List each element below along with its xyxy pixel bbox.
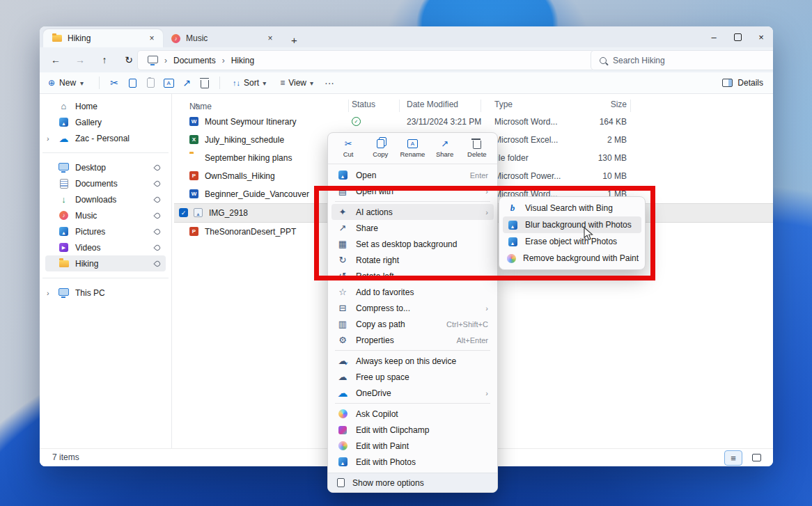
menu-item[interactable]: ☆ Add to favorites: [331, 284, 494, 300]
menu-item[interactable]: Edit with Clipchamp: [331, 422, 494, 438]
tab-close-icon[interactable]: ×: [146, 33, 157, 44]
thumbnail-view-icon: [752, 454, 761, 461]
quick-action-button[interactable]: ✂ Cut: [334, 139, 363, 158]
sidebar-item-label: Videos: [75, 243, 100, 253]
sidebar-item[interactable]: ↓ Downloads: [45, 191, 166, 207]
sidebar-item[interactable]: Documents: [45, 175, 166, 191]
menu-item[interactable]: ▤ Open with ›: [331, 183, 494, 199]
sidebar-item[interactable]: ▶ Videos: [45, 239, 166, 255]
chevron-down-icon: ▾: [80, 79, 84, 87]
item-count: 7 items: [52, 452, 79, 462]
menu-item[interactable]: Edit with Paint: [331, 438, 494, 454]
tab-close-icon[interactable]: ×: [265, 33, 276, 44]
rename-button[interactable]: A: [159, 79, 178, 88]
details-pane-button[interactable]: Details: [722, 78, 763, 88]
view-button[interactable]: ≡ View ▾: [280, 78, 313, 88]
file-type: Microsoft Word...: [494, 117, 557, 127]
menu-item[interactable]: ▲ Open Enter: [331, 167, 494, 183]
column-date-modified[interactable]: Date Modified: [407, 100, 458, 109]
quick-action-icon: [473, 141, 481, 149]
delete-button[interactable]: [196, 78, 214, 88]
submenu-item[interactable]: Remove background with Paint: [503, 250, 641, 267]
ai-actions-submenu: b Visual Search with Bing ▲ Blur backgro…: [499, 196, 646, 270]
list-view-button[interactable]: ≡: [724, 450, 742, 466]
paste-button[interactable]: [141, 78, 159, 88]
sidebar-item-label: Zac - Personal: [75, 134, 130, 143]
up-button[interactable]: ↑: [96, 52, 113, 68]
menu-item[interactable]: ↺ Rotate left: [331, 268, 494, 284]
quick-action-button[interactable]: A Rename: [398, 139, 427, 158]
more-options-button[interactable]: ···: [320, 77, 338, 88]
breadcrumb-hiking[interactable]: Hiking: [231, 56, 254, 65]
menu-item[interactable]: ▲ Edit with Photos: [331, 454, 494, 470]
minimize-button[interactable]: –: [702, 27, 726, 47]
sidebar-item[interactable]: Hiking: [45, 255, 166, 271]
this-pc-icon: [148, 56, 158, 63]
thumbnail-view-button[interactable]: [748, 450, 765, 464]
new-tab-button[interactable]: +: [291, 34, 297, 47]
tab-music[interactable]: ♪ Music ×: [163, 29, 281, 47]
menu-item[interactable]: ▦ Set as desktop background: [331, 236, 494, 252]
back-button[interactable]: ←: [47, 52, 64, 68]
view-icon: ≡: [280, 78, 285, 88]
tab-hiking[interactable]: Hiking ×: [43, 29, 163, 47]
sidebar-item[interactable]: › ☁ Zac - Personal: [45, 130, 166, 146]
search-input[interactable]: Search Hiking: [591, 50, 773, 70]
refresh-button[interactable]: ↻: [120, 52, 137, 68]
menu-item[interactable]: Ask Copilot: [331, 406, 494, 422]
share-button[interactable]: ↗: [178, 77, 196, 88]
submenu-item-icon: ▲: [508, 221, 517, 230]
table-row[interactable]: W Mount Seymour Itinerary ✓ 23/11/2024 3…: [174, 113, 773, 131]
submenu-item[interactable]: b Visual Search with Bing: [503, 200, 641, 216]
breadcrumb[interactable]: › Documents › Hiking: [137, 50, 595, 70]
new-label: New: [59, 78, 76, 88]
show-more-options[interactable]: Show more options: [328, 473, 497, 492]
quick-action-button[interactable]: Delete: [462, 139, 492, 158]
sidebar-item[interactable]: ▲ Pictures: [45, 223, 166, 239]
pin-icon: [153, 196, 161, 203]
sidebar-item[interactable]: ♪ Music: [45, 207, 166, 223]
menu-item[interactable]: ✦ AI actions ›: [331, 204, 494, 220]
menu-item[interactable]: ☁ Free up space: [331, 369, 494, 385]
column-status[interactable]: Status: [352, 100, 375, 109]
sidebar-item-label: This PC: [75, 288, 105, 298]
breadcrumb-documents[interactable]: Documents: [173, 56, 216, 65]
menu-item[interactable]: ☁ OneDrive ›: [331, 385, 494, 401]
sidebar-item[interactable]: ⌂ Home: [45, 98, 166, 114]
quick-action-icon: [377, 139, 384, 148]
maximize-button[interactable]: [726, 27, 749, 47]
menu-item[interactable]: ⚙ Properties Alt+Enter: [331, 332, 494, 348]
quick-action-button[interactable]: ↗ Share: [430, 139, 460, 158]
menu-item[interactable]: ↻ Rotate right: [331, 252, 494, 268]
column-type[interactable]: Type: [494, 100, 513, 109]
chevron-right-icon[interactable]: ›: [47, 134, 52, 143]
sidebar-item[interactable]: ▲ Gallery: [45, 114, 166, 130]
new-button[interactable]: ⊕ New ▾: [48, 78, 84, 88]
chevron-right-icon[interactable]: ›: [47, 289, 52, 297]
menu-item[interactable]: [335, 403, 490, 404]
address-row: ← → ↑ ↻ › Documents › Hiking Search Hiki…: [40, 47, 773, 72]
copy-button[interactable]: [123, 79, 141, 88]
divider: [219, 77, 220, 89]
cut-button[interactable]: ✂: [105, 77, 123, 88]
row-checkbox[interactable]: ✓: [179, 208, 188, 217]
menu-item[interactable]: ↗ Share: [331, 220, 494, 236]
submenu-item[interactable]: ▲ Blur background with Photos: [503, 216, 641, 233]
menu-item-icon: ↗: [339, 223, 347, 233]
rename-icon: A: [164, 79, 174, 88]
submenu-item[interactable]: ▲ Erase object with Photos: [503, 233, 641, 250]
close-button[interactable]: ×: [749, 27, 773, 47]
column-name[interactable]: Name ∧: [189, 100, 194, 109]
menu-item[interactable]: ☁ Always keep on this device: [331, 353, 494, 369]
forward-button[interactable]: →: [72, 52, 88, 68]
sort-button[interactable]: ↑↓ Sort ▾: [233, 78, 266, 88]
sidebar-item[interactable]: Desktop: [45, 159, 166, 175]
sidebar-item-this-pc[interactable]: › This PC: [45, 285, 166, 301]
menu-item[interactable]: ⊟ Compress to... ›: [331, 300, 494, 316]
sidebar-item-label: Home: [75, 102, 97, 111]
menu-item[interactable]: [335, 201, 490, 202]
column-size[interactable]: Size: [550, 100, 627, 109]
quick-action-button[interactable]: Copy: [366, 139, 395, 158]
menu-item[interactable]: ▥ Copy as path Ctrl+Shift+C: [331, 316, 494, 332]
menu-item[interactable]: [335, 350, 490, 351]
